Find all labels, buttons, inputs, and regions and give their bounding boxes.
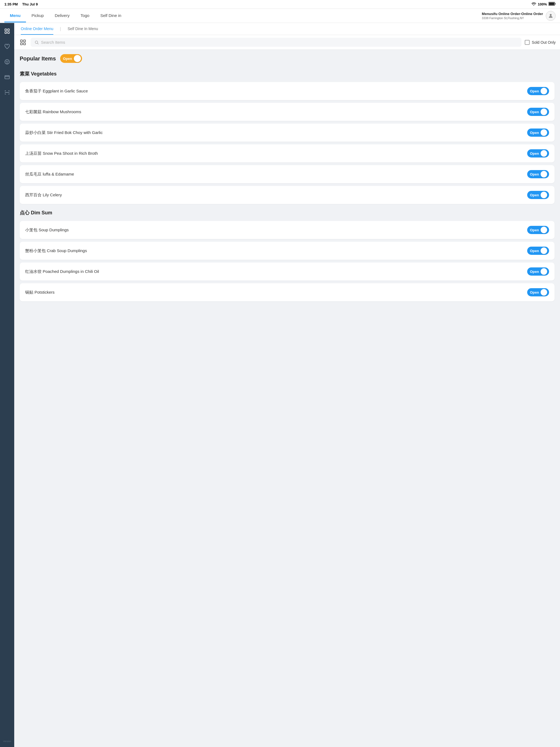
menu-item-name-potstickers: 锅贴 Potstickers [25,290,55,295]
menu-item-eggplant: 鱼香茄子 Eggplant in Garlic Sauce Open [20,82,555,100]
restaurant-address: 3338 Farrington St,Flushing,NY [482,17,543,20]
nav-tab-togo[interactable]: Togo [75,9,95,22]
sidebar-icon-card[interactable] [2,72,12,82]
svg-rect-5 [8,29,9,31]
menu-item-mushrooms: 七彩菌菇 Rainbow Mushrooms Open [20,103,555,121]
nav-tab-pickup[interactable]: Pickup [26,9,49,22]
user-avatar[interactable] [546,11,556,21]
sidebar-icon-menu[interactable] [2,26,12,36]
sidebar-version: Version [3,740,11,744]
sidebar-icon-scan[interactable] [2,87,12,97]
svg-point-3 [550,14,552,16]
item-toggle-luffa[interactable]: Open [527,170,549,178]
menu-item-bokchoy: 蒜炒小白菜 Stir Fried Bok Choy with Garlic Op… [20,124,555,141]
nav-tabs: Menu Pickup Delivery Togo Self Dine in [4,9,482,22]
sold-out-label: Sold Out Only [532,40,556,45]
svg-rect-15 [21,43,22,45]
item-toggle-mushrooms[interactable]: Open [527,108,549,116]
section-header-dimsum: 点心 Dim Sum [20,207,555,217]
sold-out-checkbox[interactable] [525,40,530,45]
sidebar-icon-heart[interactable] [2,42,12,51]
sub-nav-online-order[interactable]: Online Order Menu [21,23,53,35]
restaurant-info: Menusifu Online Order-Online Order 3338 … [482,11,556,21]
battery-percentage: 100% [538,2,547,6]
svg-point-17 [35,41,38,43]
menu-item-name-eggplant: 鱼香茄子 Eggplant in Garlic Sauce [25,88,88,94]
item-toggle-celery[interactable]: Open [527,191,549,199]
menu-item-chili-dumplings: 红油水饺 Poached Dumplings in Chili Oil Open [20,262,555,281]
popular-items-toggle-circle [74,55,81,62]
svg-rect-6 [5,32,6,33]
menu-item-name-luffa: 丝瓜毛豆 luffa & Edamame [25,172,74,177]
menu-item-name-celery: 西芹百合 Lily Celery [25,192,62,198]
wifi-icon [531,2,536,6]
svg-rect-14 [24,40,25,42]
svg-point-8 [5,60,9,64]
nav-tab-menu[interactable]: Menu [4,9,26,22]
menu-item-name-chili-dumplings: 红油水饺 Poached Dumplings in Chili Oil [25,269,99,274]
item-toggle-chili-dumplings[interactable]: Open [527,267,549,276]
item-toggle-bokchoy[interactable]: Open [527,129,549,137]
item-toggle-crab-dumplings[interactable]: Open [527,247,549,255]
nav-tab-delivery[interactable]: Delivery [49,9,75,22]
restaurant-name: Menusifu Online Order-Online Order [482,12,543,17]
svg-rect-2 [555,3,556,5]
sidebar: Version [0,23,14,747]
menu-item-name-pea-shoot: 上汤豆苗 Snow Pea Shoot in Rich Broth [25,151,98,156]
section-header-vegetables: 素菜 Vegetables [20,68,555,79]
item-toggle-eggplant[interactable]: Open [527,87,549,95]
menu-item-crab-dumplings: 蟹粉小笼包 Crab Soup Dumplings Open [20,242,555,260]
sub-nav-divider: | [60,27,61,31]
popular-items-toggle-label: Open [63,57,72,61]
svg-rect-16 [24,43,25,45]
item-toggle-soup-dumplings[interactable]: Open [527,226,549,234]
sold-out-filter[interactable]: Sold Out Only [525,40,556,45]
main-content: Online Order Menu | Self Dine In Menu [14,23,560,747]
popular-items-header: Popular Items Open [20,54,555,63]
top-nav: Menu Pickup Delivery Togo Self Dine in M… [0,9,560,23]
menu-item-name-bokchoy: 蒜炒小白菜 Stir Fried Bok Choy with Garlic [25,130,103,135]
popular-items-title: Popular Items [20,55,56,62]
status-time: 1:35 PM [4,2,18,6]
svg-rect-7 [8,32,9,33]
menu-item-potstickers: 锅贴 Potstickers Open [20,283,555,301]
nav-tab-self-dine[interactable]: Self Dine in [95,9,127,22]
menu-item-celery: 西芹百合 Lily Celery Open [20,186,555,204]
battery-icon [549,2,556,6]
svg-point-10 [8,61,8,61]
menu-content: Popular Items Open 素菜 Vegetables 鱼香茄子 Eg… [14,50,560,747]
sub-nav: Online Order Menu | Self Dine In Menu [14,23,560,35]
grid-view-icon[interactable] [19,38,27,47]
svg-point-9 [6,61,6,61]
popular-items-toggle[interactable]: Open [60,54,82,63]
menu-item-pea-shoot: 上汤豆苗 Snow Pea Shoot in Rich Broth Open [20,145,555,162]
search-bar: Sold Out Only [14,35,560,50]
svg-rect-1 [549,3,555,5]
status-day: Thu Jul 9 [22,2,38,6]
sub-nav-self-dine[interactable]: Self Dine In Menu [68,23,98,35]
item-toggle-potstickers[interactable]: Open [527,288,549,297]
menu-item-name-soup-dumplings: 小笼包 Soup Dumplings [25,228,69,233]
menu-item-luffa: 丝瓜毛豆 luffa & Edamame Open [20,165,555,183]
item-toggle-pea-shoot[interactable]: Open [527,149,549,157]
search-input[interactable] [41,40,518,45]
svg-rect-13 [21,40,22,42]
item-toggle-label-eggplant: Open [530,89,539,93]
menu-item-name-crab-dumplings: 蟹粉小笼包 Crab Soup Dumplings [25,248,87,254]
svg-rect-4 [5,29,6,31]
status-bar: 1:35 PM Thu Jul 9 100% [0,0,560,9]
menu-item-soup-dumplings: 小笼包 Soup Dumplings Open [20,221,555,239]
sidebar-icon-face[interactable] [2,57,12,67]
menu-item-name-mushrooms: 七彩菌菇 Rainbow Mushrooms [25,109,81,114]
search-input-wrapper[interactable] [31,38,521,47]
svg-rect-11 [5,76,9,79]
svg-line-18 [37,43,39,44]
search-icon [34,40,39,45]
